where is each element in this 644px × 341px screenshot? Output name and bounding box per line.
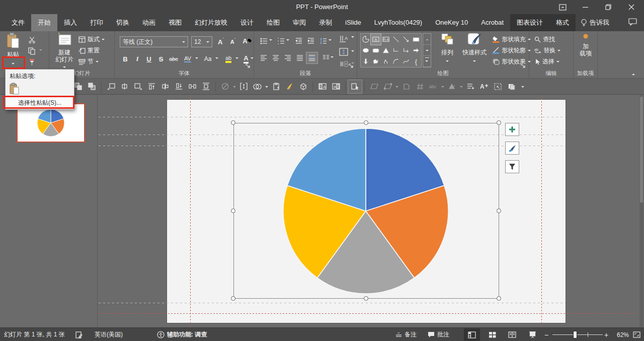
send-backward-icon[interactable] — [85, 80, 99, 93]
shape-textbox[interactable]: A — [371, 34, 381, 45]
font-color-arrow[interactable] — [251, 57, 254, 60]
ribbon-display-options-button[interactable] — [552, 0, 573, 14]
bullets-button[interactable] — [258, 35, 269, 46]
close-button[interactable] — [621, 0, 641, 14]
chart-elements-button[interactable] — [505, 123, 519, 136]
shadow-arrow[interactable] — [460, 86, 463, 89]
vertical-scrollbar-thumb[interactable] — [640, 97, 643, 202]
paragraph-dialog-launcher[interactable] — [349, 63, 355, 69]
grow-font-button[interactable]: Aˆ — [215, 36, 226, 47]
shape-combine-icon[interactable] — [251, 80, 264, 93]
addins-button[interactable]: 加 载项 — [575, 32, 597, 70]
tab-review[interactable]: 审阅 — [286, 14, 312, 31]
find-button[interactable]: 查找 — [534, 34, 555, 44]
shape-fill-button[interactable]: 形状填充 — [492, 34, 531, 44]
textbox-vertical-icon[interactable]: A — [329, 80, 343, 93]
shape-rounded-rectangle[interactable] — [371, 45, 381, 56]
minimize-button[interactable] — [575, 0, 595, 14]
resize-handle-middle-left[interactable] — [231, 209, 235, 213]
new-slide-button[interactable]: 新建 幻灯片 — [53, 32, 75, 70]
tab-onekey[interactable]: OneKey 10 — [429, 14, 474, 31]
toolbar-overflow-arrow[interactable] — [521, 86, 524, 89]
reset-button[interactable]: 重置 — [78, 45, 100, 55]
text-direction-button[interactable]: A — [337, 33, 351, 44]
resize-handle-bottom-left[interactable] — [231, 296, 235, 301]
text-highlight-button[interactable]: ab — [222, 53, 234, 64]
spell-check-button[interactable] — [75, 328, 83, 341]
resize-handle-top-center[interactable] — [364, 120, 368, 125]
edit-points-icon[interactable] — [381, 80, 394, 93]
align-text-button[interactable] — [337, 46, 351, 57]
justify-button[interactable] — [294, 52, 305, 63]
tab-chart-design[interactable]: 图表设计 — [510, 14, 549, 31]
layout-button[interactable]: 版式 — [78, 34, 105, 44]
zoom-slider-track[interactable] — [552, 334, 603, 335]
blank-page-icon[interactable] — [399, 80, 413, 93]
shape-elbow-arrow-connector[interactable] — [401, 45, 411, 56]
change-case-arrow[interactable] — [215, 57, 218, 60]
box-3d-icon[interactable] — [296, 80, 310, 93]
slide-counter[interactable]: 幻灯片 第 1 张, 共 1 张 — [4, 328, 65, 341]
bullets-arrow[interactable] — [269, 39, 272, 42]
select-shape-icon[interactable] — [348, 80, 362, 93]
bold-button[interactable]: B — [120, 53, 131, 64]
tab-format[interactable]: 格式 — [549, 14, 576, 31]
text-highlight-arrow[interactable] — [235, 57, 238, 60]
comments-button[interactable]: 批注 — [428, 328, 449, 341]
resize-handle-top-right[interactable] — [497, 120, 501, 125]
layers-icon[interactable] — [505, 80, 518, 93]
tab-design[interactable]: 设计 — [234, 14, 260, 31]
merge-lines-icon[interactable] — [464, 80, 477, 93]
text-direction-arrow[interactable] — [351, 36, 354, 39]
shrink-font-button[interactable]: Aˇ — [227, 36, 238, 47]
line-spacing-button[interactable] — [317, 35, 329, 46]
shape-scribble[interactable] — [381, 56, 391, 67]
align-bottom-icon[interactable] — [172, 80, 186, 93]
cut-button[interactable] — [26, 34, 37, 45]
shape-arrow[interactable] — [401, 34, 411, 45]
resize-handle-middle-right[interactable] — [497, 209, 501, 213]
arrange-button[interactable]: 排列 — [436, 32, 459, 70]
resize-slide-icon[interactable] — [491, 80, 505, 93]
tab-insert[interactable]: 插入 — [57, 14, 84, 31]
chart-filters-button[interactable] — [505, 160, 519, 173]
zoom-out-button[interactable]: − — [544, 328, 548, 341]
quick-styles-button[interactable]: 快速样式 — [460, 32, 489, 70]
slideshow-view-button[interactable] — [524, 328, 540, 341]
zoom-slider-thumb[interactable] — [573, 331, 577, 338]
shape-combine-arrow[interactable] — [265, 86, 268, 89]
notes-button[interactable]: 备注 — [395, 328, 417, 341]
copy-dropdown-arrow[interactable] — [39, 49, 42, 52]
vertical-red-guide-left[interactable] — [190, 95, 191, 325]
gallery-scroll-down-button[interactable] — [423, 45, 431, 56]
gallery-scroll-up-button[interactable] — [423, 34, 431, 45]
tab-slideshow[interactable]: 幻灯片放映 — [188, 14, 234, 31]
character-spacing-arrow[interactable] — [195, 57, 198, 60]
no-rotate-icon[interactable] — [218, 80, 232, 93]
tab-print[interactable]: 打印 — [84, 14, 110, 31]
shape-line[interactable] — [391, 34, 401, 45]
align-top-icon[interactable] — [145, 80, 158, 93]
distribute-text-button[interactable] — [306, 52, 317, 63]
tab-transitions[interactable]: 切换 — [110, 14, 136, 31]
format-painter-button[interactable] — [26, 56, 37, 67]
edit-shape-icon[interactable] — [367, 80, 381, 93]
shape-rectangle[interactable] — [411, 34, 421, 45]
shape-down-arrow[interactable] — [361, 56, 371, 67]
font-size-combo[interactable]: 12 — [191, 36, 212, 47]
clear-formatting-button[interactable]: A — [242, 35, 253, 46]
normal-view-button[interactable] — [464, 328, 480, 341]
columns-arrow[interactable] — [331, 56, 334, 59]
tab-lvyhtools[interactable]: LvyhTools(0429) — [368, 14, 429, 31]
shape-right-arrow[interactable] — [411, 45, 421, 56]
shape-oval[interactable] — [361, 45, 371, 56]
replace-button[interactable]: ab 替换 — [534, 45, 560, 55]
shape-elbow-connector[interactable] — [391, 45, 401, 56]
language-button[interactable]: 英语(美国) — [95, 328, 123, 341]
tab-acrobat[interactable]: Acrobat — [474, 14, 510, 31]
flip-object-icon[interactable] — [104, 80, 118, 93]
edit-points-arrow[interactable] — [395, 86, 398, 89]
shape-outline-button[interactable]: 形状轮廓 — [492, 45, 531, 55]
shape-vertical-textbox[interactable]: A — [381, 34, 391, 45]
no-rotate-arrow[interactable] — [233, 86, 236, 89]
